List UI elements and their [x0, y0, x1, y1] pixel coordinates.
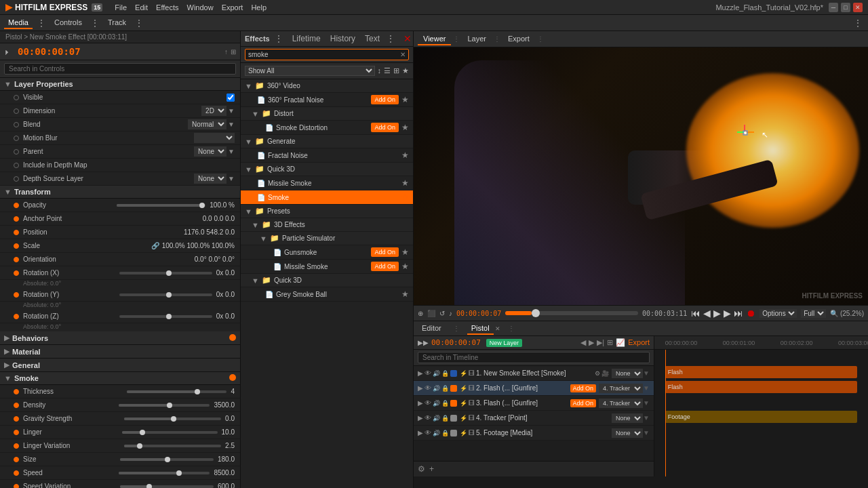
tl-layer-1-lock[interactable]: 🔒: [441, 370, 449, 377]
tab-controls[interactable]: Controls: [50, 17, 86, 29]
maximize-button[interactable]: □: [841, 3, 850, 12]
prop-dot-linger-var[interactable]: [14, 443, 19, 449]
tl-layer-4-lock[interactable]: 🔒: [441, 415, 449, 422]
smoke-search-close[interactable]: ✕: [400, 51, 406, 58]
star-fractal-noise[interactable]: ★: [401, 150, 409, 160]
effects-more-icon[interactable]: ⋮: [384, 34, 397, 43]
star-gunsmoke[interactable]: ★: [401, 247, 409, 257]
prop-dot-opacity[interactable]: [14, 203, 19, 208]
tab-media[interactable]: Media: [4, 17, 33, 29]
prop-dot-anchor[interactable]: [14, 216, 19, 222]
timeline-playhead[interactable]: [665, 350, 666, 476]
scale-link-icon[interactable]: 🔗: [151, 242, 159, 249]
effect-item-missile-smoke-preset[interactable]: 📄 Missile Smoke Add On ★: [241, 260, 413, 274]
prop-value-motion-blur[interactable]: [194, 133, 235, 143]
prop-dot-depth-map[interactable]: [14, 163, 19, 168]
add-btn-smoke-distortion[interactable]: Add On: [371, 123, 399, 132]
prop-dot-speed-var[interactable]: [14, 484, 19, 489]
prop-dot-orientation[interactable]: [14, 257, 19, 262]
tl-play2-icon[interactable]: ▶: [589, 338, 594, 347]
effect-group-particle-header[interactable]: ▼ 📁 Particle Simulator: [241, 232, 413, 245]
tl-layer-5-vis[interactable]: 👁: [425, 429, 431, 436]
tl-layer-1-vis[interactable]: 👁: [425, 369, 431, 377]
tl-layer-3-expand[interactable]: ▶: [418, 399, 423, 407]
options-dropdown[interactable]: Options: [760, 309, 797, 318]
general-section[interactable]: ▶ General: [0, 359, 240, 372]
behaviors-section[interactable]: ▶ Behaviors: [0, 331, 240, 345]
viewer-scrubber[interactable]: [505, 311, 638, 315]
star-360-fractal[interactable]: ★: [401, 95, 409, 104]
tl-layer-3-vis[interactable]: 👁: [425, 399, 431, 407]
prop-slider-speed[interactable]: [119, 472, 210, 474]
menu-effects[interactable]: Effects: [156, 3, 178, 12]
quality-dropdown[interactable]: Full: [801, 309, 826, 318]
skip-forward-button[interactable]: ⏭: [734, 308, 743, 319]
prop-slider-gravity[interactable]: [124, 418, 221, 420]
prop-dot-rot-x[interactable]: [14, 270, 19, 276]
timeline-search-input[interactable]: [418, 352, 650, 363]
add-btn-gunsmoke[interactable]: Add On: [371, 247, 399, 257]
prop-dot-depth-source[interactable]: [14, 176, 19, 182]
effects-grid-icon[interactable]: ⊞: [393, 66, 399, 75]
tab-layer[interactable]: Layer: [462, 33, 492, 45]
viewer-audio-icon[interactable]: ♪: [449, 310, 452, 317]
track-clip-layer-3[interactable]: Flash: [665, 381, 858, 393]
search-input[interactable]: [4, 63, 236, 75]
effect-item-fractal-noise[interactable]: 📄 Fractal Noise ★: [241, 148, 413, 163]
prop-slider-speed-var[interactable]: [120, 485, 213, 488]
tl-value-graph[interactable]: 📈: [616, 338, 625, 347]
tl-play-icon[interactable]: ◀: [580, 338, 586, 347]
tab-pistol-close[interactable]: ✕: [495, 325, 500, 332]
add-btn-360-fractal[interactable]: Add On: [371, 95, 399, 104]
prop-dot-blend[interactable]: [14, 122, 19, 127]
tl-layer-4-vis[interactable]: 👁: [425, 414, 431, 422]
tl-layer-1-adj[interactable]: ⚙: [595, 370, 600, 377]
tl-export[interactable]: Export: [628, 338, 650, 347]
tl-layer-3[interactable]: ▶ 👁 🔊 🔒 ⚡ 🎞 3. Flash (... [Gunfire] Add …: [414, 396, 654, 411]
prop-dot-gravity[interactable]: [14, 416, 19, 422]
prop-value-parent[interactable]: None: [194, 146, 226, 157]
viewer-loop-icon[interactable]: ↺: [439, 310, 445, 317]
tl-layer-1-anim[interactable]: 🎥: [601, 370, 609, 377]
pistol-tab-options[interactable]: ⋮: [506, 325, 517, 332]
effects-tab-text[interactable]: Text: [363, 34, 382, 43]
editor-tab-options[interactable]: ⋮: [451, 325, 462, 332]
prop-dot-rot-y[interactable]: [14, 292, 19, 298]
prop-value-depth-source[interactable]: None: [194, 174, 226, 184]
prop-dot-dimension[interactable]: [14, 108, 19, 114]
close-button[interactable]: ✕: [853, 3, 863, 12]
layer-properties-section[interactable]: ▼ Layer Properties: [0, 78, 240, 91]
effects-filter-select[interactable]: Show All: [245, 66, 375, 76]
prop-slider-size[interactable]: [120, 458, 213, 461]
prop-slider-rot-x[interactable]: [119, 272, 212, 274]
menu-help[interactable]: Help: [251, 3, 267, 12]
export-options-icon[interactable]: ⋮: [535, 35, 546, 43]
menu-file[interactable]: File: [115, 3, 127, 12]
effects-close-icon[interactable]: ✕: [403, 33, 412, 44]
smoke-section[interactable]: ▼ Smoke: [0, 372, 240, 385]
step-back-button[interactable]: ◀: [703, 308, 711, 319]
tl-layer-5-lock[interactable]: 🔒: [441, 430, 449, 436]
effect-item-360-fractal-noise[interactable]: 📄 360° Fractal Noise Add On ★: [241, 93, 413, 107]
prop-dot-speed[interactable]: [14, 470, 19, 476]
prop-dot-linger[interactable]: [14, 430, 19, 435]
panel-options-icon[interactable]: ⋮: [852, 18, 864, 28]
track-options-icon[interactable]: ⋮: [133, 18, 145, 28]
add-btn-missile-smoke-preset[interactable]: Add On: [371, 262, 399, 271]
layer-options-icon[interactable]: ⋮: [492, 35, 502, 43]
effects-star-filter[interactable]: ★: [402, 66, 409, 75]
effect-group-360-video-header[interactable]: ▼ 📁 360° Video: [241, 79, 413, 93]
tl-layer-3-audio[interactable]: 🔊: [433, 400, 440, 407]
tl-layer-3-lock[interactable]: 🔒: [441, 400, 449, 407]
tl-layer-4-track[interactable]: None: [612, 413, 643, 423]
prop-dot-rot-z[interactable]: [14, 314, 19, 319]
scrubber-thumb[interactable]: [532, 309, 540, 317]
effects-options-icon[interactable]: ⋮: [273, 34, 285, 43]
star-grey-smoke-ball[interactable]: ★: [401, 289, 409, 299]
tab-editor[interactable]: Editor: [418, 323, 446, 335]
effect-item-smoke[interactable]: 📄 Smoke ★: [241, 190, 413, 205]
tl-layer-2-track[interactable]: 4. Tracker: [599, 384, 643, 393]
tab-export[interactable]: Export: [502, 33, 535, 45]
effect-group-presets-header[interactable]: ▼ 📁 Presets: [241, 205, 413, 218]
effects-sort-icon[interactable]: ↕: [378, 66, 382, 75]
